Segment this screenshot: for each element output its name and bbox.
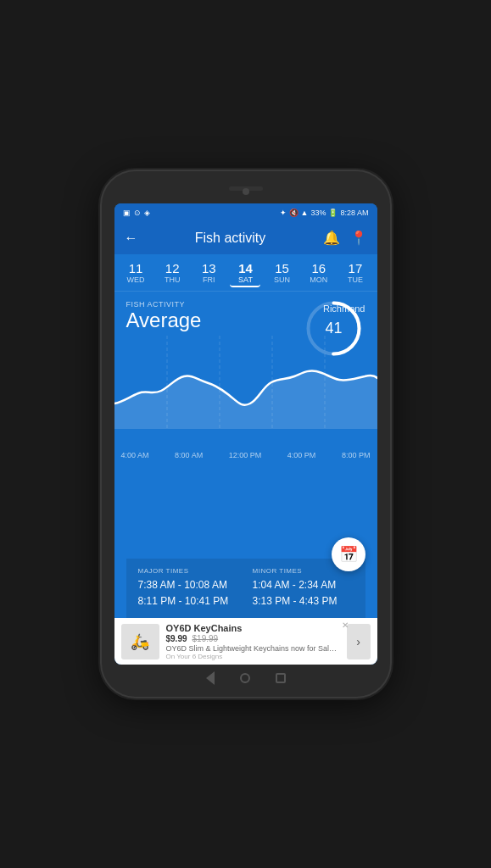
cal-day-label-sun: SUN [274, 275, 290, 284]
chart-label-8am: 8:00 AM [175, 451, 203, 459]
cal-day-label-thu: THU [165, 275, 181, 284]
page-title: Fish activity [138, 231, 323, 246]
cal-day-label-wed: WED [127, 275, 145, 284]
status-bar: ▣ ⊙ ◈ ✦ 🔇 ▲ 33% 🔋 8:28 AM [114, 203, 377, 222]
fab-calendar-icon: 📅 [339, 545, 358, 564]
calendar-day-wed[interactable]: 11 WED [120, 259, 151, 287]
status-right-icons: ✦ 🔇 ▲ 33% 🔋 8:28 AM [280, 209, 369, 217]
bluetooth-icon: ✦ [280, 209, 287, 217]
vpn-icon: ◈ [144, 209, 150, 217]
battery-percent: 33% [310, 209, 326, 217]
wifi-icon: ⊙ [134, 209, 141, 217]
calendar-day-tue[interactable]: 17 TUE [340, 259, 371, 287]
cal-day-num-12: 12 [165, 261, 180, 275]
chart-label-8pm: 8:00 PM [342, 451, 371, 459]
cal-day-num-15: 15 [275, 261, 289, 275]
main-content: FISH ACTIVITY Average Richmond 41 [114, 292, 377, 619]
calendar-day-sat[interactable]: 14 SAT [230, 259, 260, 287]
chart-label-4pm: 4:00 PM [287, 451, 316, 459]
major-times-col: MAJOR TIMES 7:38 AM - 10:08 AM 8:11 PM -… [138, 567, 239, 609]
app-header: ← Fish activity 🔔 📍 [114, 222, 377, 254]
phone-nav-bar [206, 670, 286, 687]
signal-icon: ▲ [301, 209, 309, 217]
major-times-header: MAJOR TIMES [138, 567, 239, 575]
phone-top [109, 183, 383, 200]
screen: ▣ ⊙ ◈ ✦ 🔇 ▲ 33% 🔋 8:28 AM ← Fish activit… [114, 203, 377, 665]
notification-button[interactable]: 🔔 [323, 230, 340, 246]
ad-image: 🛵 [121, 624, 159, 659]
minor-times-slot2: 3:13 PM - 4:43 PM [253, 593, 354, 609]
minor-times-slot1: 1:04 AM - 2:34 AM [253, 577, 354, 593]
ad-content: OY6D KeyChains $9.99 $19.99 OY6D Slim & … [166, 623, 340, 660]
cal-day-num-14: 14 [238, 261, 253, 275]
cal-day-num-17: 17 [349, 261, 363, 275]
phone-frame: ▣ ⊙ ◈ ✦ 🔇 ▲ 33% 🔋 8:28 AM ← Fish activit… [102, 171, 390, 697]
chart-area: 4:00 AM 8:00 AM 12:00 PM 4:00 PM 8:00 PM [114, 336, 377, 559]
header-right-actions: 🔔 📍 [323, 230, 367, 246]
fish-activity-value: Average [126, 309, 202, 332]
calendar-day-sun[interactable]: 15 SUN [267, 259, 298, 287]
ad-title: OY6D KeyChains [166, 623, 340, 633]
ad-price-row: $9.99 $19.99 [166, 634, 340, 643]
ad-price-new: $9.99 [166, 634, 187, 643]
time-display: 8:28 AM [340, 209, 368, 217]
ad-source: On Your 6 Designs [166, 653, 340, 660]
cal-day-num-13: 13 [202, 261, 216, 275]
chart-time-labels: 4:00 AM 8:00 AM 12:00 PM 4:00 PM 8:00 PM [114, 449, 377, 461]
fish-activity-label: FISH ACTIVITY [126, 300, 202, 309]
calendar-day-mon[interactable]: 16 MON [304, 259, 334, 287]
major-times-slot1: 7:38 AM - 10:08 AM [138, 577, 239, 593]
cal-day-label-fri: FRI [203, 275, 215, 284]
major-times-slot2: 8:11 PM - 10:41 PM [138, 593, 239, 609]
ad-description: OY6D Slim & Lightweight Keychains now fo… [166, 644, 340, 653]
ad-price-old: $19.99 [192, 634, 219, 643]
chart-label-12pm: 12:00 PM [229, 451, 262, 459]
sim-icon: ▣ [123, 209, 131, 217]
minor-times-col: MINOR TIMES 1:04 AM - 2:34 AM 3:13 PM - … [253, 567, 354, 609]
cal-day-label-sat: SAT [238, 275, 253, 284]
battery-icon: 🔋 [328, 209, 338, 217]
fab-button[interactable]: 📅 [332, 537, 365, 571]
cal-day-label-mon: MON [310, 275, 327, 284]
cal-day-num-11: 11 [129, 261, 143, 275]
calendar-row: 11 WED 12 THU 13 FRI 14 SAT 15 SUN 16 MO… [114, 254, 377, 292]
nav-home-button[interactable] [240, 673, 250, 683]
cal-day-label-tue: TUE [348, 275, 363, 284]
nav-back-button[interactable] [206, 671, 215, 685]
times-section: MAJOR TIMES 7:38 AM - 10:08 AM 8:11 PM -… [126, 559, 365, 618]
fish-activity-section: FISH ACTIVITY Average [126, 300, 202, 332]
ad-next-button[interactable]: › [347, 624, 371, 659]
sound-icon: 🔇 [289, 209, 299, 217]
status-left-icons: ▣ ⊙ ◈ [123, 209, 150, 217]
calendar-day-fri[interactable]: 13 FRI [193, 259, 224, 287]
chart-label-4am: 4:00 AM [121, 451, 149, 459]
calendar-day-thu[interactable]: 12 THU [157, 259, 187, 287]
cal-day-num-16: 16 [311, 261, 326, 275]
chart-svg [114, 336, 377, 446]
location-button[interactable]: 📍 [350, 230, 367, 246]
svg-text:41: 41 [325, 320, 342, 337]
ad-banner[interactable]: 🛵 OY6D KeyChains $9.99 $19.99 OY6D Slim … [114, 618, 377, 665]
nav-recents-button[interactable] [276, 673, 286, 683]
back-button[interactable]: ← [125, 231, 138, 246]
ad-close-button[interactable]: ✕ [342, 620, 349, 630]
camera [243, 188, 249, 195]
